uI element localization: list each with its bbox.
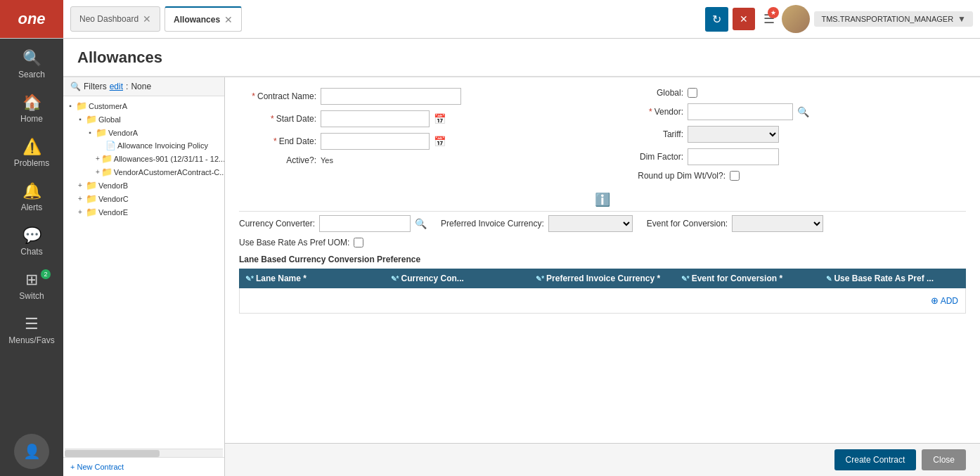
hamburger-menu[interactable]: ☰ ★ (763, 11, 775, 27)
sidebar-home-label: Home (20, 114, 43, 124)
tab-allowances-close[interactable]: ✕ (224, 14, 233, 25)
tree-panel: 🔍 Filters edit : None ▪ 📁 CustomerA ▪ 📁 … (63, 77, 225, 476)
logo: one (0, 0, 63, 38)
round-up-checkbox[interactable] (730, 171, 740, 181)
tariff-label: Tariff: (613, 129, 683, 139)
info-icon[interactable]: ℹ️ (595, 193, 610, 207)
expand-icon: + (96, 155, 100, 162)
tree-node-allowances901[interactable]: + 📁 Allowances-901 (12/31/11 - 12... (96, 152, 221, 165)
expand-icon: ▪ (86, 129, 94, 136)
table-empty-row: ⊕ ADD (240, 288, 966, 314)
contract-name-input[interactable] (321, 88, 461, 105)
tree-node-vendorE[interactable]: + 📁 VendorE (76, 205, 221, 219)
end-date-input[interactable] (321, 133, 430, 150)
folder-icon: 📁 (101, 167, 112, 177)
pref-invoice-currency-label: Preferred Invoice Currency: (441, 219, 544, 229)
event-for-conversion-select[interactable] (732, 215, 823, 232)
dim-factor-label: Dim Factor: (613, 152, 683, 162)
user-avatar (782, 5, 810, 33)
tab-allowances[interactable]: Allowances ✕ (165, 6, 242, 32)
sidebar-item-problems[interactable]: ⚠️ Problems (0, 131, 63, 175)
filters-value: None (131, 82, 151, 91)
folder-icon: 📁 (86, 114, 97, 124)
logo-text: one (18, 10, 45, 28)
user-profile-button[interactable]: 👤 (14, 434, 49, 469)
tab-neo-dashboard[interactable]: Neo Dashboard ✕ (70, 6, 160, 32)
user-info[interactable]: TMS.TRANSPORTATION_MANAGER ▼ (814, 11, 973, 27)
tab-allowances-label: Allowances (174, 15, 220, 25)
tree-node-allowance-invoicing[interactable]: 📄 Allowance Invoicing Policy (105, 139, 221, 152)
user-name: TMS.TRANSPORTATION_MANAGER (821, 15, 953, 23)
filters-label: Filters (84, 82, 107, 91)
close-button[interactable]: Close (922, 449, 966, 470)
currency-converter-label: Currency Converter: (239, 219, 315, 229)
pref-invoice-currency-select[interactable] (548, 215, 633, 232)
currency-converter-input[interactable] (319, 215, 411, 232)
tab-neo-dashboard-close[interactable]: ✕ (143, 13, 151, 25)
sidebar-item-alerts[interactable]: 🔔 Alerts (0, 175, 63, 219)
sidebar-item-switch[interactable]: ⊞ Switch 2 (0, 264, 63, 308)
tree-node-global[interactable]: ▪ 📁 Global (76, 112, 221, 126)
use-base-rate-checkbox[interactable] (354, 238, 363, 247)
start-date-label: * Start Date: (239, 114, 316, 124)
tree-label: VendorA (108, 129, 138, 137)
vendor-input[interactable] (688, 103, 793, 120)
tree-node-vendorC[interactable]: + 📁 VendorC (76, 192, 221, 205)
dim-factor-input[interactable] (688, 148, 779, 165)
lane-table: ✎* Lane Name * ✎* Currency Con... (239, 269, 966, 314)
tree-label: Global (98, 115, 121, 124)
active-label: Active?: (239, 155, 316, 165)
lane-section-title: Lane Based Currency Conversion Preferenc… (239, 255, 966, 264)
tree-label: CustomerA (89, 102, 127, 110)
tree-node-customerA[interactable]: ▪ 📁 CustomerA (66, 99, 221, 112)
sidebar-item-chats[interactable]: 💬 Chats (0, 219, 63, 264)
sidebar-item-home[interactable]: 🏠 Home (0, 86, 63, 131)
global-checkbox[interactable] (688, 88, 697, 98)
tariff-select[interactable] (688, 126, 779, 143)
start-date-input[interactable] (321, 110, 430, 127)
lane-section: Lane Based Currency Conversion Preferenc… (239, 255, 966, 314)
chats-icon: 💬 (22, 226, 41, 245)
home-icon: 🏠 (22, 94, 41, 112)
round-up-label: Round up Dim Wt/Vol?: (613, 171, 726, 181)
use-base-rate-label: Use Base Rate As Pref UOM: (239, 238, 349, 247)
create-contract-button[interactable]: Create Contract (834, 449, 917, 470)
folder-icon: 📁 (86, 207, 97, 217)
end-date-label: * End Date: (239, 136, 316, 146)
refresh-button[interactable]: ↻ (705, 7, 728, 32)
expand-icon: + (76, 208, 84, 216)
menus-icon: ☰ (25, 315, 39, 333)
tree-label: VendorC (98, 195, 129, 203)
folder-icon: 📁 (101, 153, 112, 164)
filters-colon: : (126, 82, 128, 91)
dropdown-arrow-icon: ▼ (958, 14, 966, 24)
sidebar-item-search[interactable]: 🔍 Search (0, 42, 63, 86)
sidebar-item-menus[interactable]: ☰ Menus/Favs (0, 308, 63, 352)
start-date-calendar-icon[interactable]: 📅 (434, 113, 446, 124)
col-event-conversion: ✎* Event for Conversion * (675, 269, 820, 288)
tree-node-vendorA[interactable]: ▪ 📁 VendorA (86, 126, 221, 139)
sidebar-menus-label: Menus/Favs (8, 335, 54, 345)
vendor-search-icon[interactable]: 🔍 (797, 106, 809, 117)
end-date-calendar-icon[interactable]: 📅 (434, 136, 446, 147)
vendor-label: * Vendor: (613, 107, 683, 117)
doc-icon: 📄 (105, 141, 116, 150)
tree-node-vendorB[interactable]: + 📁 VendorB (76, 179, 221, 192)
alerts-icon: 🔔 (22, 182, 41, 200)
new-contract-link[interactable]: + New Contract (70, 463, 124, 471)
expand-icon: + (76, 181, 84, 189)
folder-icon: 📁 (96, 127, 107, 138)
sidebar-problems-label: Problems (14, 158, 50, 168)
currency-converter-search-icon[interactable]: 🔍 (415, 218, 427, 229)
profile-icon: 👤 (23, 443, 41, 460)
filters-edit-link[interactable]: edit (110, 82, 123, 91)
add-link[interactable]: ⊕ ADD (931, 297, 958, 305)
tree-body: ▪ 📁 CustomerA ▪ 📁 Global ▪ 📁 VendorA (63, 96, 224, 449)
bottom-bar: Create Contract Close (225, 443, 980, 476)
tree-label: VendorB (98, 181, 128, 190)
folder-icon: 📁 (86, 193, 97, 204)
col-use-base-rate: ✎ Use Base Rate As Pref ... (820, 269, 966, 288)
close-page-button[interactable]: ✕ (733, 8, 755, 30)
tree-node-vendorA-contract[interactable]: + 📁 VendorACustomerAContract-C... (96, 165, 221, 179)
tab-neo-dashboard-label: Neo Dashboard (79, 14, 138, 24)
